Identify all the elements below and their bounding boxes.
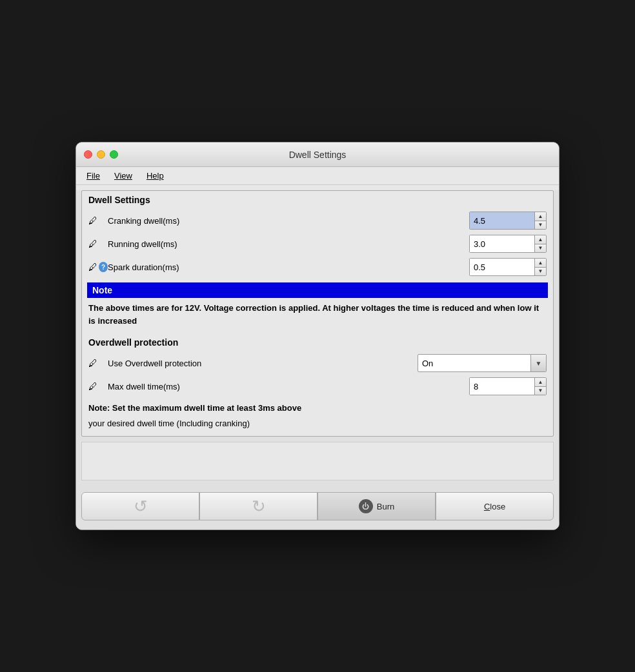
- use-overdwell-row: 🖊 Use Overdwell protection On ▼: [82, 351, 553, 375]
- max-dwell-value[interactable]: [470, 378, 534, 395]
- note-header: Note: [87, 282, 548, 298]
- overdwell-header: Overdwell protection: [82, 333, 553, 351]
- running-dwell-up[interactable]: ▲: [535, 235, 546, 244]
- max-dwell-down[interactable]: ▼: [535, 387, 546, 395]
- use-overdwell-label: Use Overdwell protection: [108, 359, 418, 368]
- cranking-pencil-icon[interactable]: 🖊: [88, 215, 99, 226]
- spark-duration-row: 🖊 ? Spark duration(ms) ▲ ▼: [82, 255, 553, 279]
- running-dwell-icons: 🖊: [88, 239, 108, 249]
- spark-duration-input-wrap: ▲ ▼: [469, 258, 547, 276]
- spark-duration-spinner: ▲ ▼: [469, 258, 547, 276]
- overdwell-note-bold: Note: Set the maximum dwell time at leas…: [82, 398, 553, 415]
- maximize-traffic-light[interactable]: [110, 150, 118, 159]
- use-overdwell-value: On: [418, 359, 530, 368]
- burn-icon: ⏻: [359, 499, 373, 513]
- cranking-dwell-row: 🖊 Cranking dwell(ms) ▲ ▼: [82, 209, 553, 232]
- spark-duration-value[interactable]: [470, 259, 534, 275]
- empty-area: [81, 442, 554, 480]
- overdwell-note-normal: your desired dwell time (Including crank…: [82, 415, 553, 437]
- cranking-dwell-up[interactable]: ▲: [535, 212, 546, 221]
- dwell-settings-header: Dwell Settings: [82, 191, 553, 209]
- running-dwell-spinner: ▲ ▼: [469, 235, 547, 253]
- close-traffic-light[interactable]: [84, 150, 92, 159]
- max-dwell-spinner: ▲ ▼: [469, 377, 547, 395]
- max-dwell-row: 🖊 Max dwell time(ms) ▲ ▼: [82, 375, 553, 398]
- use-overdwell-icons: 🖊: [88, 358, 108, 368]
- traffic-lights: [84, 150, 118, 159]
- burn-button[interactable]: ⏻ Burn: [318, 492, 436, 520]
- cranking-dwell-label: Cranking dwell(ms): [108, 216, 469, 226]
- spark-duration-up[interactable]: ▲: [535, 259, 546, 268]
- menu-help[interactable]: Help: [143, 170, 168, 182]
- spark-help-icon[interactable]: ?: [99, 262, 108, 272]
- minimize-traffic-light[interactable]: [97, 150, 105, 159]
- running-dwell-label: Running dwell(ms): [108, 239, 469, 249]
- overdwell-pencil-icon[interactable]: 🖊: [88, 358, 99, 368]
- dropdown-arrow-icon[interactable]: ▼: [530, 355, 546, 371]
- cranking-dwell-spinner: ▲ ▼: [469, 212, 547, 230]
- cranking-dwell-input-wrap: ▲ ▼: [469, 212, 547, 230]
- spark-pencil-icon[interactable]: 🖊: [88, 262, 97, 272]
- running-dwell-row: 🖊 Running dwell(ms) ▲ ▼: [82, 232, 553, 255]
- cranking-dwell-icons: 🖊: [88, 215, 108, 226]
- use-overdwell-input-wrap: On ▼: [418, 354, 547, 372]
- cranking-dwell-spin-buttons: ▲ ▼: [534, 212, 546, 229]
- menu-bar: File View Help: [76, 167, 559, 185]
- note-text: The above times are for 12V. Voltage cor…: [82, 298, 553, 333]
- menu-file[interactable]: File: [83, 170, 104, 182]
- spark-duration-spin-buttons: ▲ ▼: [534, 259, 546, 275]
- undo-button[interactable]: ↺: [81, 492, 199, 520]
- running-dwell-down[interactable]: ▼: [535, 244, 546, 253]
- running-dwell-spin-buttons: ▲ ▼: [534, 235, 546, 252]
- max-dwell-icons: 🖊: [88, 381, 108, 391]
- spark-duration-label: Spark duration(ms): [108, 262, 469, 272]
- max-dwell-input-wrap: ▲ ▼: [469, 377, 547, 395]
- dwell-settings-panel: Dwell Settings 🖊 Cranking dwell(ms) ▲ ▼: [81, 190, 554, 437]
- running-pencil-icon[interactable]: 🖊: [88, 239, 99, 249]
- cranking-dwell-value[interactable]: [470, 212, 534, 229]
- content-area: Dwell Settings 🖊 Cranking dwell(ms) ▲ ▼: [76, 190, 559, 529]
- title-bar: Dwell Settings: [76, 143, 559, 167]
- close-label: Close: [484, 502, 505, 511]
- max-dwell-pencil-icon[interactable]: 🖊: [88, 381, 99, 391]
- redo-button[interactable]: ↻: [199, 492, 318, 520]
- running-dwell-value[interactable]: [470, 235, 534, 252]
- close-button[interactable]: Close: [436, 492, 554, 520]
- use-overdwell-dropdown[interactable]: On ▼: [418, 354, 547, 372]
- spark-duration-down[interactable]: ▼: [535, 268, 546, 276]
- spark-duration-icons: 🖊 ?: [88, 262, 108, 272]
- max-dwell-up[interactable]: ▲: [535, 378, 546, 387]
- menu-view[interactable]: View: [110, 170, 136, 182]
- main-window: Dwell Settings File View Help Dwell Sett…: [76, 142, 559, 530]
- window-title: Dwell Settings: [289, 150, 347, 160]
- burn-label: Burn: [377, 502, 394, 511]
- max-dwell-spin-buttons: ▲ ▼: [534, 378, 546, 395]
- max-dwell-label: Max dwell time(ms): [108, 382, 469, 391]
- cranking-dwell-down[interactable]: ▼: [535, 221, 546, 230]
- button-bar: ↺ ↻ ⏻ Burn Close: [76, 486, 559, 529]
- running-dwell-input-wrap: ▲ ▼: [469, 235, 547, 253]
